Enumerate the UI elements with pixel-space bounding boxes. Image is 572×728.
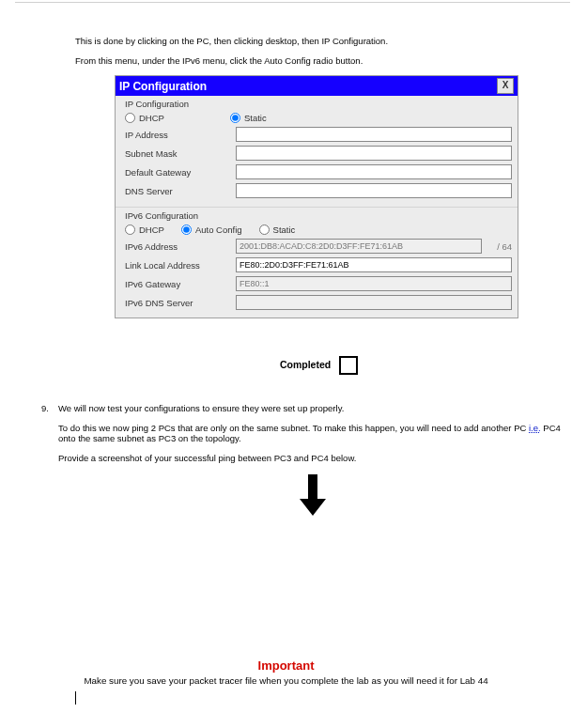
default-gateway-label: Default Gateway <box>125 167 236 178</box>
ipv6-auto-label: Auto Config <box>195 225 242 235</box>
ipv6-gateway-input[interactable] <box>236 276 512 291</box>
ipv4-section-label: IP Configuration <box>116 96 518 111</box>
window-title: IP Configuration <box>119 80 207 93</box>
ipv4-dhcp-radio-input[interactable] <box>125 113 135 123</box>
ipv6-address-input[interactable] <box>236 239 482 254</box>
step-9-line-3: Provide a screenshot of your successful … <box>58 453 567 463</box>
ipv6-gateway-label: IPv6 Gateway <box>125 279 236 289</box>
link-local-input[interactable] <box>236 257 512 272</box>
down-arrow-icon <box>58 472 567 519</box>
ipv6-dhcp-label: DHCP <box>139 225 164 235</box>
ip-address-label: IP Address <box>125 130 236 140</box>
completed-label: Completed <box>280 359 331 370</box>
default-gateway-input[interactable] <box>236 164 512 179</box>
ipv6-auto-radio[interactable]: Auto Config <box>181 225 242 235</box>
subnet-mask-label: Subnet Mask <box>125 148 236 159</box>
ipv6-section-label: IPv6 Configuration <box>116 208 518 223</box>
ipv6-address-label: IPv6 Address <box>125 241 236 252</box>
text-cursor <box>75 691 76 705</box>
step-9-line-2: To do this we now ping 2 PCs that are on… <box>58 423 567 443</box>
ipv6-static-radio[interactable]: Static <box>259 225 296 235</box>
ipv4-static-radio-input[interactable] <box>230 113 240 123</box>
intro-text: This is done by clicking on the PC, then… <box>75 36 563 66</box>
dns-server-input[interactable] <box>236 183 512 198</box>
ipv4-dhcp-label: DHCP <box>139 113 164 123</box>
ipv6-dhcp-radio-input[interactable] <box>125 225 135 235</box>
intro-line-1: This is done by clicking on the PC, then… <box>75 36 563 46</box>
step-9-block: 9. We will now test your configurations … <box>58 403 567 519</box>
ipv4-static-label: Static <box>244 113 267 123</box>
ipv6-dns-input[interactable] <box>236 295 512 310</box>
page-top-rule <box>15 2 570 10</box>
ipv4-static-radio[interactable]: Static <box>230 113 267 123</box>
ipv6-dns-label: IPv6 DNS Server <box>125 298 236 308</box>
intro-line-2: From this menu, under the IPv6 menu, cli… <box>75 55 563 66</box>
ipv6-dhcp-radio[interactable]: DHCP <box>125 225 164 235</box>
ipv6-auto-radio-input[interactable] <box>181 225 192 235</box>
dns-server-label: DNS Server <box>125 186 236 196</box>
close-button[interactable]: X <box>497 78 514 94</box>
link-local-label: Link Local Address <box>125 260 236 271</box>
ip-address-input[interactable] <box>236 127 512 142</box>
ie-link: i.e. <box>529 423 541 433</box>
window-titlebar: IP Configuration X <box>116 76 518 96</box>
svg-marker-0 <box>300 474 326 516</box>
ipv4-dhcp-radio[interactable]: DHCP <box>125 113 164 123</box>
step-9-number: 9. <box>41 403 58 413</box>
important-text: Make sure you save your packet tracer fi… <box>0 675 572 686</box>
subnet-mask-input[interactable] <box>236 146 512 161</box>
important-block: Important Make sure you save your packet… <box>0 658 572 686</box>
ip-config-window: IP Configuration X IP Configuration DHCP… <box>115 75 518 318</box>
ipv6-prefix-suffix: / 64 <box>482 241 512 252</box>
document-page: This is done by clicking on the PC, then… <box>0 0 572 728</box>
important-title: Important <box>0 658 572 673</box>
ipv6-static-label: Static <box>273 225 296 235</box>
ipv6-mode-row: DHCP Auto Config Static <box>116 223 518 237</box>
ipv4-mode-row: DHCP Static <box>116 111 518 125</box>
completed-checkbox[interactable] <box>339 356 358 375</box>
step-9-line-1: We will now test your configurations to … <box>58 403 567 413</box>
completed-row: Completed <box>75 356 563 375</box>
ipv6-static-radio-input[interactable] <box>259 225 270 235</box>
